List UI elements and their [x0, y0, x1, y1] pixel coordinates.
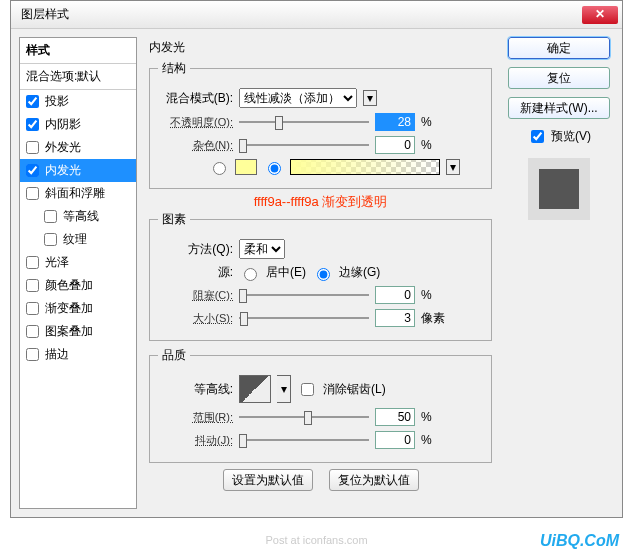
set-default-button[interactable]: 设置为默认值 [223, 469, 313, 491]
sidebar-item-checkbox[interactable] [26, 118, 39, 131]
opacity-unit: % [421, 115, 432, 129]
sidebar-item-checkbox[interactable] [26, 141, 39, 154]
sidebar-item[interactable]: 光泽 [20, 251, 136, 274]
sidebar-item[interactable]: 图案叠加 [20, 320, 136, 343]
sidebar-item-checkbox[interactable] [26, 164, 39, 177]
choke-input[interactable] [375, 286, 415, 304]
sidebar-item[interactable]: 外发光 [20, 136, 136, 159]
source-edge-radio[interactable] [317, 268, 330, 281]
choke-unit: % [421, 288, 432, 302]
footer-text: Post at iconfans.com [265, 534, 367, 546]
sidebar-item-label: 斜面和浮雕 [45, 185, 105, 202]
noise-slider[interactable] [239, 136, 369, 154]
elements-group: 图素 方法(Q): 柔和 源: 居中(E) 边缘(G) 阻塞(C): % [149, 211, 492, 341]
layer-style-dialog: 图层样式 ✕ 样式 混合选项:默认 投影内阴影外发光内发光斜面和浮雕等高线纹理光… [10, 0, 623, 518]
source-center-label: 居中(E) [266, 264, 306, 281]
sidebar-item[interactable]: 斜面和浮雕 [20, 182, 136, 205]
color-radio[interactable] [213, 162, 226, 175]
sidebar-item-label: 外发光 [45, 139, 81, 156]
gradient-dropdown-icon[interactable]: ▾ [446, 159, 460, 175]
sidebar-item-checkbox[interactable] [26, 256, 39, 269]
size-slider[interactable] [239, 309, 369, 327]
contour-dropdown-icon[interactable]: ▾ [277, 375, 291, 403]
source-edge-label: 边缘(G) [339, 264, 380, 281]
sidebar-item-checkbox[interactable] [44, 233, 57, 246]
sidebar-item-checkbox[interactable] [26, 325, 39, 338]
annotation-text: ffff9a--ffff9a 渐变到透明 [149, 193, 492, 211]
sidebar-header: 样式 [20, 38, 136, 64]
source-label: 源: [158, 264, 233, 281]
preview-checkbox[interactable] [531, 130, 544, 143]
preview-label: 预览(V) [551, 128, 591, 145]
sidebar-item[interactable]: 内发光 [20, 159, 136, 182]
ok-button[interactable]: 确定 [508, 37, 610, 59]
method-select[interactable]: 柔和 [239, 239, 285, 259]
new-style-button[interactable]: 新建样式(W)... [508, 97, 610, 119]
opacity-slider[interactable] [239, 113, 369, 131]
choke-slider[interactable] [239, 286, 369, 304]
opacity-input[interactable] [375, 113, 415, 131]
structure-group: 结构 混合模式(B): 线性减淡（添加） ▾ 不透明度(O): % 杂色(N): [149, 60, 492, 189]
choke-label: 阻塞(C): [158, 288, 233, 303]
reset-default-button[interactable]: 复位为默认值 [329, 469, 419, 491]
range-label: 范围(R): [158, 410, 233, 425]
quality-legend: 品质 [158, 347, 190, 364]
gradient-preview[interactable] [290, 159, 440, 175]
styles-sidebar: 样式 混合选项:默认 投影内阴影外发光内发光斜面和浮雕等高线纹理光泽颜色叠加渐变… [19, 37, 137, 509]
noise-input[interactable] [375, 136, 415, 154]
sidebar-item[interactable]: 内阴影 [20, 113, 136, 136]
source-center-radio[interactable] [244, 268, 257, 281]
sidebar-item-checkbox[interactable] [26, 187, 39, 200]
antialias-checkbox[interactable] [301, 383, 314, 396]
chevron-down-icon[interactable]: ▾ [363, 90, 377, 106]
sidebar-item-label: 图案叠加 [45, 323, 93, 340]
sidebar-item-label: 颜色叠加 [45, 277, 93, 294]
sidebar-blend-options[interactable]: 混合选项:默认 [20, 64, 136, 90]
sidebar-item-label: 描边 [45, 346, 69, 363]
sidebar-item-checkbox[interactable] [26, 279, 39, 292]
sidebar-item[interactable]: 等高线 [20, 205, 136, 228]
right-column: 确定 复位 新建样式(W)... 预览(V) [504, 37, 614, 509]
sidebar-item[interactable]: 颜色叠加 [20, 274, 136, 297]
sidebar-item-label: 内阴影 [45, 116, 81, 133]
sidebar-item-label: 纹理 [63, 231, 87, 248]
window-title: 图层样式 [15, 6, 582, 23]
method-label: 方法(Q): [158, 241, 233, 258]
cancel-button[interactable]: 复位 [508, 67, 610, 89]
size-input[interactable] [375, 309, 415, 327]
sidebar-item-label: 投影 [45, 93, 69, 110]
contour-label: 等高线: [158, 381, 233, 398]
jitter-unit: % [421, 433, 432, 447]
sidebar-item[interactable]: 描边 [20, 343, 136, 366]
jitter-label: 抖动(J): [158, 433, 233, 448]
sidebar-item-checkbox[interactable] [26, 302, 39, 315]
size-label: 大小(S): [158, 311, 233, 326]
sidebar-item-label: 内发光 [45, 162, 81, 179]
gradient-radio[interactable] [268, 162, 281, 175]
color-swatch[interactable] [235, 159, 257, 175]
sidebar-item-checkbox[interactable] [26, 348, 39, 361]
titlebar: 图层样式 ✕ [11, 1, 622, 29]
opacity-label: 不透明度(O): [158, 115, 233, 130]
close-button[interactable]: ✕ [582, 6, 618, 24]
jitter-slider[interactable] [239, 431, 369, 449]
blend-mode-label: 混合模式(B): [158, 90, 233, 107]
jitter-input[interactable] [375, 431, 415, 449]
range-slider[interactable] [239, 408, 369, 426]
sidebar-item[interactable]: 纹理 [20, 228, 136, 251]
contour-preview[interactable] [239, 375, 271, 403]
sidebar-item[interactable]: 投影 [20, 90, 136, 113]
sidebar-item[interactable]: 渐变叠加 [20, 297, 136, 320]
watermark: UiBQ.CoM [540, 532, 619, 550]
noise-label: 杂色(N): [158, 138, 233, 153]
sidebar-item-checkbox[interactable] [44, 210, 57, 223]
sidebar-item-checkbox[interactable] [26, 95, 39, 108]
elements-legend: 图素 [158, 211, 190, 228]
preview-toggle[interactable]: 预览(V) [527, 127, 591, 146]
noise-unit: % [421, 138, 432, 152]
blend-mode-select[interactable]: 线性减淡（添加） [239, 88, 357, 108]
sidebar-item-label: 光泽 [45, 254, 69, 271]
panel-title: 内发光 [149, 39, 492, 56]
range-input[interactable] [375, 408, 415, 426]
range-unit: % [421, 410, 432, 424]
